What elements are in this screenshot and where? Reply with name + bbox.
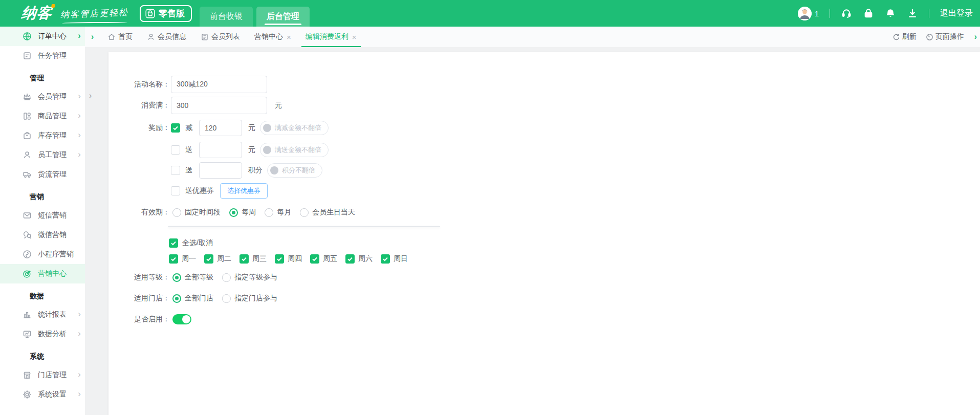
radio-icon[interactable] [265, 208, 273, 217]
nav-front-cashier[interactable]: 前台收银 [200, 7, 253, 27]
sidebar-item-product-mgmt[interactable]: 商品管理 › [0, 106, 85, 126]
sidebar-item-task-mgmt[interactable]: 任务管理 [0, 46, 85, 65]
download-icon[interactable] [907, 8, 918, 19]
radio-selected-icon[interactable] [229, 208, 238, 217]
points-no-multiply-toggle[interactable]: 积分不翻倍 [267, 163, 322, 178]
chevron-right-icon: › [78, 31, 81, 41]
user-menu[interactable]: 1 [798, 7, 819, 20]
checkbox-checked-icon[interactable] [239, 254, 249, 264]
sidebar-item-sms-marketing[interactable]: 短信营销 [0, 206, 85, 225]
level-option-all[interactable]: 全部等级 [172, 273, 213, 282]
edit-rebate-form: 活动名称： 消费满： 元 奖励： 减 元 满减金额不翻倍 [108, 52, 980, 415]
close-icon[interactable]: × [287, 33, 291, 41]
store-option-specified[interactable]: 指定门店参与 [222, 294, 277, 303]
weekday-sun[interactable]: 周日 [381, 254, 408, 264]
sidebar-item-staff-mgmt[interactable]: 员工管理 › [0, 145, 85, 165]
gift-no-multiply-toggle[interactable]: 满送金额不翻倍 [260, 143, 329, 157]
chevron-right-icon: › [78, 309, 81, 319]
activity-name-row: 活动名称： [108, 75, 267, 94]
reward-points-checkbox[interactable] [171, 166, 180, 175]
radio-icon[interactable] [222, 294, 231, 303]
avatar-icon[interactable] [798, 7, 812, 20]
sidebar-item-inventory-mgmt[interactable]: 库存管理 › [0, 126, 85, 145]
checkbox-checked-icon[interactable] [204, 254, 213, 264]
radio-selected-icon[interactable] [172, 294, 181, 303]
weekday-thu[interactable]: 周四 [275, 254, 302, 264]
chevron-right-icon[interactable]: › [91, 32, 100, 41]
level-option-specified[interactable]: 指定等级参与 [222, 273, 277, 282]
page-actions-button[interactable]: 页面操作 [926, 32, 964, 41]
weekday-wed[interactable]: 周三 [239, 254, 267, 264]
select-all-label: 全选/取消 [182, 238, 213, 248]
sidebar-item-logistics-mgmt[interactable]: 货流管理 [0, 165, 85, 184]
spend-threshold-input[interactable] [171, 97, 267, 114]
logout-button[interactable]: 退出登录 [940, 8, 973, 19]
weekday-fri[interactable]: 周五 [310, 254, 337, 264]
reward-coupon-row: 送优惠券 选择优惠券 [108, 182, 268, 200]
reward-cash-gift-input[interactable] [199, 142, 242, 158]
radio-icon[interactable] [222, 273, 231, 282]
reward-coupon-prefix: 送优惠券 [185, 186, 214, 195]
tab-member-info[interactable]: 会员信息 [140, 27, 193, 47]
reward-points-input[interactable] [199, 162, 242, 179]
select-all-checkbox[interactable] [169, 238, 178, 248]
checkbox-checked-icon[interactable] [345, 254, 355, 264]
target-icon [23, 269, 32, 278]
validity-option-fixed-period[interactable]: 固定时间段 [172, 208, 221, 217]
checkbox-checked-icon[interactable] [275, 254, 284, 264]
panel-expand-icon[interactable]: › [89, 91, 92, 100]
bell-icon[interactable] [885, 8, 896, 19]
reward-cash-gift-prefix: 送 [185, 145, 192, 155]
sidebar-item-marketing-center[interactable]: 营销中心 [0, 264, 85, 283]
weekday-mon[interactable]: 周一 [169, 254, 196, 264]
store-option-all[interactable]: 全部门店 [172, 294, 213, 303]
radio-selected-icon[interactable] [172, 273, 181, 282]
checkbox-checked-icon[interactable] [169, 254, 178, 264]
validity-option-monthly[interactable]: 每月 [265, 208, 291, 217]
weekday-sat[interactable]: 周六 [345, 254, 373, 264]
sidebar-item-miniapp-marketing[interactable]: 小程序营销 [0, 245, 85, 264]
sidebar-item-member-mgmt[interactable]: 会员管理 › [0, 87, 85, 106]
checkbox-checked-icon[interactable] [310, 254, 319, 264]
radio-icon[interactable] [172, 208, 181, 217]
user-badge-count: 1 [815, 9, 819, 18]
tab-bar: › 首页 会员信息 会员列表 [85, 27, 980, 47]
sidebar-item-data-analysis[interactable]: 数据分析 › [0, 324, 85, 344]
list-icon [201, 33, 209, 41]
validity-option-weekly[interactable]: 每周 [229, 208, 256, 217]
globe-icon [23, 32, 32, 41]
reward-cash-gift-checkbox[interactable] [171, 145, 180, 155]
tab-marketing-center[interactable]: 营销中心 × [247, 27, 298, 47]
validity-option-birthday[interactable]: 会员生日当天 [300, 208, 355, 217]
headset-icon[interactable] [841, 8, 852, 19]
select-coupon-button[interactable]: 选择优惠券 [220, 183, 268, 199]
sidebar-item-wechat-marketing[interactable]: 微信营销 [0, 225, 85, 245]
close-icon[interactable]: × [352, 33, 357, 41]
reward-discount-input[interactable] [199, 120, 242, 136]
weekday-tue[interactable]: 周二 [204, 254, 231, 264]
lock-icon[interactable] [863, 8, 874, 19]
home-icon [107, 33, 116, 41]
radio-icon[interactable] [300, 208, 309, 217]
enabled-toggle[interactable] [172, 314, 191, 324]
reward-coupon-checkbox[interactable] [171, 186, 180, 195]
tab-edit-consumption-rebate[interactable]: 编辑消费返利 × [298, 27, 364, 47]
checkbox-checked-icon[interactable] [381, 254, 390, 264]
nav-backend-admin[interactable]: 后台管理 [256, 7, 310, 27]
activity-name-input[interactable] [171, 76, 267, 93]
store-icon [23, 370, 32, 380]
tab-bar-actions: 刷新 页面操作 › [892, 27, 977, 47]
refresh-button[interactable]: 刷新 [892, 32, 917, 41]
chevron-right-icon[interactable]: › [974, 32, 977, 41]
truck-icon [23, 170, 32, 179]
tab-member-list[interactable]: 会员列表 [193, 27, 247, 47]
validity-row: 有效期： 固定时间段 每周 每月 会员生日当天 [108, 203, 364, 222]
sidebar-item-store-mgmt[interactable]: 门店管理 › [0, 365, 85, 385]
sidebar-item-order-center[interactable]: 订单中心 › [0, 27, 85, 46]
sidebar-item-system-settings[interactable]: 系统设置 › [0, 385, 85, 404]
sidebar-item-statistics-report[interactable]: 统计报表 › [0, 305, 85, 324]
brand-logo: 纳客 [20, 3, 53, 24]
reward-discount-checkbox[interactable] [171, 123, 180, 133]
discount-no-multiply-toggle[interactable]: 满减金额不翻倍 [260, 121, 329, 135]
tab-home[interactable]: 首页 [100, 27, 140, 47]
